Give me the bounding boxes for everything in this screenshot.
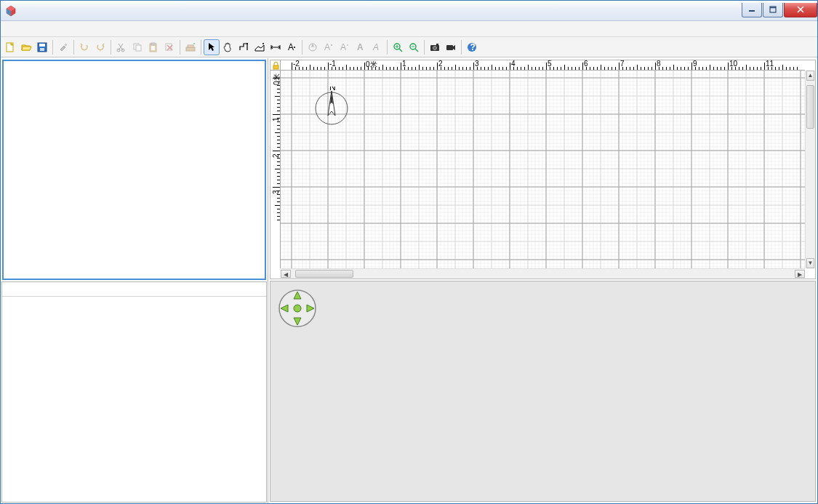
svg-rect-16 (186, 47, 195, 51)
dimension-tool[interactable] (268, 39, 284, 55)
new-button[interactable] (2, 39, 18, 55)
menu-plan[interactable] (39, 28, 50, 31)
left-column (1, 58, 268, 503)
scroll-down-button[interactable]: ▼ (806, 258, 814, 268)
video-button[interactable] (443, 39, 459, 55)
svg-text:A: A (340, 42, 346, 52)
italic-button[interactable]: A (369, 39, 385, 55)
right-column: -2-10米1234567891011 0米123 N ▲ ▼ (268, 58, 817, 503)
redo-button[interactable] (92, 39, 108, 55)
ruler-label: 0米 (272, 73, 281, 85)
decrease-text-button[interactable]: A (337, 39, 353, 55)
svg-point-306 (294, 305, 301, 312)
room-tool[interactable] (252, 39, 268, 55)
zoom-out-button[interactable] (406, 39, 422, 55)
text-tool[interactable]: A (284, 39, 300, 55)
svg-text:A: A (372, 42, 379, 52)
scroll-left-button[interactable]: ◀ (281, 270, 291, 278)
zoom-in-button[interactable] (390, 39, 406, 55)
furniture-table (1, 281, 267, 503)
svg-point-27 (433, 46, 437, 49)
compass-button[interactable] (305, 39, 321, 55)
furniture-catalog[interactable] (2, 60, 266, 280)
svg-rect-17 (188, 45, 193, 47)
ruler-label: 10 (729, 60, 737, 68)
plan-lock-icon[interactable] (270, 60, 281, 71)
open-button[interactable] (18, 39, 34, 55)
plan-scrollbar-vertical[interactable]: ▲ ▼ (805, 71, 815, 268)
furniture-table-header (2, 282, 266, 297)
scroll-thumb-h[interactable] (295, 270, 353, 278)
preferences-button[interactable] (55, 39, 71, 55)
minimize-button[interactable] (742, 3, 762, 17)
add-furniture-button[interactable] (183, 39, 199, 55)
maximize-button[interactable] (763, 3, 783, 17)
scroll-thumb-v[interactable] (806, 85, 814, 129)
menu-help[interactable] (62, 28, 73, 31)
undo-button[interactable] (76, 39, 92, 55)
pan-tool[interactable] (220, 39, 236, 55)
svg-rect-6 (39, 44, 45, 47)
svg-rect-32 (273, 65, 278, 69)
titlebar (1, 1, 817, 21)
paste-button[interactable] (145, 39, 161, 55)
plan-scrollbar-horizontal[interactable]: ◀ ▶ (281, 268, 805, 279)
help-button[interactable]: ? (464, 39, 480, 55)
copy-button[interactable] (129, 39, 145, 55)
svg-text:N: N (329, 87, 336, 92)
svg-rect-29 (446, 45, 453, 50)
save-button[interactable] (34, 39, 50, 55)
close-button[interactable] (784, 3, 817, 17)
content-area: -2-10米1234567891011 0米123 N ▲ ▼ (1, 57, 817, 503)
svg-rect-28 (436, 44, 438, 45)
menubar (1, 21, 817, 37)
delete-button[interactable] (161, 39, 177, 55)
3d-view[interactable] (270, 281, 816, 502)
ruler-horizontal: -2-10米1234567891011 (281, 60, 805, 71)
svg-rect-13 (151, 43, 155, 45)
ruler-label: 11 (766, 60, 774, 68)
toolbar: A A A A A ? (1, 37, 817, 57)
compass-icon[interactable]: N (311, 87, 352, 127)
select-tool[interactable] (204, 39, 220, 55)
increase-text-button[interactable]: A (321, 39, 337, 55)
svg-text:A: A (288, 42, 294, 52)
window-controls (741, 3, 817, 17)
svg-text:A: A (357, 42, 364, 52)
navigation-pad[interactable] (278, 289, 317, 328)
menu-edit[interactable] (15, 28, 27, 31)
svg-text:A: A (324, 42, 330, 52)
bold-button[interactable]: A (353, 39, 369, 55)
svg-rect-11 (136, 45, 141, 51)
plan-view[interactable]: -2-10米1234567891011 0米123 N ▲ ▼ (270, 60, 816, 279)
plan-canvas[interactable]: N (281, 71, 805, 268)
cut-button[interactable] (113, 39, 129, 55)
ruler-vertical: 0米123 (270, 71, 281, 268)
svg-rect-7 (40, 48, 44, 51)
menu-file[interactable] (4, 28, 15, 31)
app-icon (5, 5, 17, 17)
svg-rect-14 (151, 46, 155, 50)
photo-button[interactable] (427, 39, 443, 55)
scroll-up-button[interactable]: ▲ (806, 71, 814, 81)
app-window: A A A A A ? (0, 0, 818, 504)
menu-furniture[interactable] (27, 28, 39, 31)
menu-3dview[interactable] (50, 28, 62, 31)
svg-text:?: ? (470, 42, 476, 52)
scroll-right-button[interactable]: ▶ (795, 270, 805, 278)
wall-tool[interactable] (236, 39, 252, 55)
